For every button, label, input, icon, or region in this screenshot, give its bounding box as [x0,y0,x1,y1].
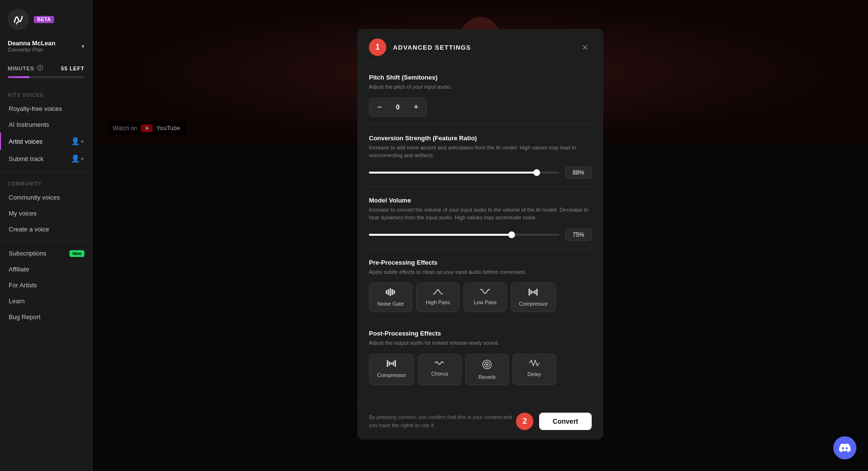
model-volume-fill [369,234,512,236]
convert-button[interactable]: Convert [539,413,592,430]
model-volume-slider-row: 75% [369,229,592,241]
sidebar-item-community-voices[interactable]: Community voices [0,189,92,205]
sidebar-item-create-a-voice[interactable]: Create a voice [0,221,92,237]
sidebar-item-artist-voices[interactable]: Artist voices 👤+ [0,133,92,150]
app-logo [8,9,29,30]
sidebar-item-ai-instruments[interactable]: AI Instruments [0,117,92,133]
sidebar-item-bug-report[interactable]: Bug Report [0,309,92,325]
logo-area: BETA [0,9,92,40]
sidebar-item-label: For Artists [9,282,37,289]
pre-processing-title: Pre-Processing Effects [369,259,592,266]
svg-rect-10 [530,290,532,294]
submit-icon: 👤+ [71,154,84,163]
model-volume-track [369,234,559,236]
chorus-icon [434,359,445,368]
post-processing-effects-grid: Compressor Chorus [369,354,592,385]
sidebar-item-subscriptions[interactable]: Subscriptions New [0,245,92,261]
modal-overlay: 1 ADVANCED SETTINGS × Pitch Shift (Semit… [93,0,868,471]
post-processing-title: Post-Processing Effects [369,330,592,337]
svg-rect-5 [388,289,389,295]
modal-body: Pitch Shift (Semitones) Adjust the pitch… [357,64,603,404]
sidebar-item-learn[interactable]: Learn [0,293,92,309]
noise-gate-icon [385,288,396,298]
svg-rect-15 [389,362,390,365]
delay-label: Delay [528,371,541,377]
compressor-pre-icon [528,288,539,298]
model-volume-title: Model Volume [369,197,592,204]
pre-processing-effects-grid: Noise Gate High Pass [369,283,592,312]
svg-rect-6 [390,288,391,296]
svg-rect-13 [536,289,538,296]
effect-reverb-button[interactable]: Reverb [465,354,509,385]
effect-compressor-pre-button[interactable]: Compressor [511,283,556,312]
svg-rect-14 [387,360,388,367]
modal-footer: By pressing convert, you confirm that th… [357,404,603,440]
user-name: Deanna McLean [8,40,55,47]
pitch-decrement-button[interactable]: − [369,98,390,116]
new-badge: New [69,250,84,257]
conversion-strength-desc: Increase to add more accent and articula… [369,144,592,160]
add-person-icon: 👤+ [71,137,84,146]
minutes-left: 55 left [61,66,84,71]
svg-rect-18 [394,360,396,367]
svg-line-24 [531,360,533,366]
conversion-strength-track [369,172,559,174]
sidebar-item-label: AI Instruments [9,121,49,128]
sidebar-item-label: Affiliate [9,266,29,273]
sidebar-item-for-artists[interactable]: For Artists [0,277,92,293]
reverb-icon [482,359,492,371]
minutes-label: MINUTES ⓘ 55 left [8,64,84,72]
sidebar-item-royalty-free-voices[interactable]: Royalty-free voices [0,101,92,117]
svg-line-26 [535,360,537,366]
pitch-stepper: − 0 + [369,98,427,117]
sidebar-item-my-voices[interactable]: My voices [0,205,92,221]
model-volume-section: Model Volume Increase to convert the vol… [369,187,592,249]
sidebar-item-label: Submit track [9,155,43,162]
step-2-badge: 2 [516,413,533,430]
chorus-label: Chorus [431,371,448,377]
sidebar-item-label: Subscriptions [9,250,46,257]
info-icon: ⓘ [37,64,43,72]
conversion-strength-thumb[interactable] [533,169,540,176]
close-button[interactable]: × [578,40,592,55]
sidebar-item-submit-track[interactable]: Submit track 👤+ [0,150,92,167]
sidebar-item-label: Community voices [9,194,60,201]
compressor-pre-label: Compressor [519,301,548,307]
pre-processing-section: Pre-Processing Effects Apply subtle effe… [369,249,592,321]
minutes-bar-fill [8,76,29,78]
effect-compressor-post-button[interactable]: Compressor [369,354,414,385]
effect-chorus-button[interactable]: Chorus [418,354,461,385]
post-processing-desc: Adjust the output audio for instant rele… [369,339,592,347]
sidebar-item-label: Royalty-free voices [9,105,62,112]
advanced-settings-modal: 1 ADVANCED SETTINGS × Pitch Shift (Semit… [357,29,603,440]
model-volume-value: 75% [565,229,592,241]
effect-high-pass-button[interactable]: High Pass [416,283,460,312]
pitch-increment-button[interactable]: + [406,98,426,116]
low-pass-icon [480,288,490,296]
footer-actions: 2 Convert [516,413,592,430]
svg-rect-11 [532,291,534,293]
pitch-shift-desc: Adjust the pitch of your input audio. [369,83,592,91]
discord-fab-button[interactable] [833,436,856,459]
conversion-strength-fill [369,172,537,174]
user-menu[interactable]: Deanna McLean Converter Plan ▾ [0,40,92,60]
svg-rect-7 [392,289,393,295]
effect-low-pass-button[interactable]: Low Pass [463,283,507,312]
pitch-shift-title: Pitch Shift (Semitones) [369,74,592,81]
beta-badge: BETA [34,16,54,23]
model-volume-thumb[interactable] [508,231,515,238]
sidebar-item-label: My voices [9,210,37,217]
effect-delay-button[interactable]: Delay [513,354,556,385]
pitch-value: 0 [390,103,406,111]
modal-header: 1 ADVANCED SETTINGS × [357,29,603,64]
effect-noise-gate-button[interactable]: Noise Gate [369,283,412,312]
sidebar-divider [0,171,92,172]
chevron-down-icon: ▾ [81,43,84,50]
sidebar-item-label: Bug Report [9,313,41,321]
main-content: Watch on YouTube 1 ADVANCED SETTINGS × [93,0,868,471]
svg-rect-4 [386,290,387,294]
compressor-post-label: Compressor [377,372,406,378]
footer-note: By pressing convert, you confirm that th… [369,413,514,429]
svg-rect-12 [534,290,536,294]
sidebar-item-affiliate[interactable]: Affiliate [0,261,92,277]
